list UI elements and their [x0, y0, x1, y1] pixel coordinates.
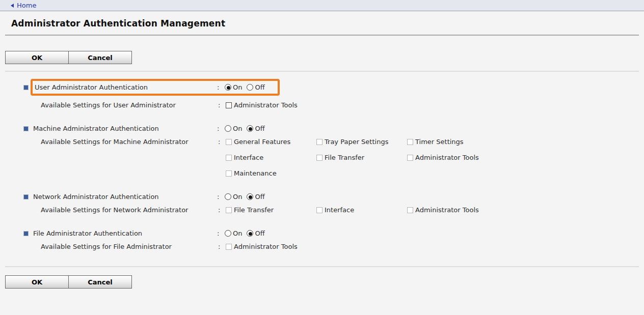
option-general-features[interactable]: General Features: [226, 138, 316, 146]
radio-button-icon: [247, 230, 253, 237]
option-administrator-tools[interactable]: Administrator Tools: [226, 243, 316, 250]
option-label: Maintenance: [234, 169, 277, 177]
radio-label: Off: [255, 125, 264, 132]
available-settings-options: Administrator Tools: [226, 101, 511, 109]
available-settings-options: Administrator Tools: [226, 243, 511, 250]
colon-separator: :: [218, 206, 226, 214]
auth-setting-label: File Administrator Authentication: [33, 230, 217, 237]
checkbox-icon: [226, 244, 232, 250]
auth-setting-label: Machine Administrator Authentication: [33, 125, 217, 132]
radio-option-on[interactable]: On: [225, 230, 242, 237]
option-file-transfer[interactable]: File Transfer: [226, 206, 316, 214]
content-divider-bottom: [5, 266, 639, 267]
option-maintenance[interactable]: Maintenance: [226, 169, 316, 177]
checkbox-icon: [226, 155, 232, 161]
settings-sections: User Administrator Authentication : OnOf…: [0, 79, 644, 250]
option-label: Interface: [325, 206, 354, 214]
radio-button-icon: [247, 84, 253, 91]
radio-button-icon: [247, 193, 253, 200]
option-interface[interactable]: Interface: [226, 154, 316, 161]
radio-label: Off: [255, 83, 264, 91]
option-file-transfer[interactable]: File Transfer: [316, 154, 407, 161]
colon-separator: :: [217, 125, 225, 132]
cancel-button-top[interactable]: Cancel: [68, 51, 132, 64]
available-settings-options: File TransferInterfaceAdministrator Tool…: [226, 206, 511, 214]
ok-button-top[interactable]: OK: [5, 51, 69, 64]
radio-label: On: [233, 230, 242, 237]
auth-setting-content: Machine Administrator Authentication : O…: [33, 125, 270, 132]
section-bullet-icon: [23, 231, 29, 236]
available-settings-label: Available Settings for User Administrato…: [41, 101, 218, 109]
option-label: Administrator Tools: [415, 154, 479, 161]
option-administrator-tools[interactable]: Administrator Tools: [226, 101, 316, 109]
radio-option-on[interactable]: On: [225, 193, 242, 201]
option-label: File Transfer: [234, 206, 274, 214]
option-label: General Features: [234, 138, 290, 146]
option-administrator-tools[interactable]: Administrator Tools: [407, 154, 498, 161]
available-settings-row: Available Settings for File Administrato…: [0, 243, 644, 250]
radio-button-icon: [225, 125, 231, 132]
home-link-label: Home: [17, 2, 36, 9]
content-divider-top: [5, 71, 639, 72]
option-label: Administrator Tools: [234, 101, 298, 109]
admin-auth-section: User Administrator Authentication : OnOf…: [0, 79, 644, 109]
section-bullet-icon: [23, 126, 29, 131]
option-timer-settings[interactable]: Timer Settings: [407, 138, 498, 146]
section-bullet-icon: [23, 85, 29, 90]
option-label: Tray Paper Settings: [325, 138, 388, 146]
bottom-button-row: OK Cancel: [5, 275, 644, 289]
auth-setting-row: File Administrator Authentication : OnOf…: [0, 230, 644, 237]
admin-auth-section: Network Administrator Authentication : O…: [0, 193, 644, 214]
auth-setting-label: User Administrator Authentication: [35, 83, 217, 91]
checkbox-icon: [407, 207, 413, 213]
available-settings-options: General FeaturesTray Paper SettingsTimer…: [226, 138, 511, 177]
radio-button-icon: [225, 84, 231, 91]
available-settings-label: Available Settings for Network Administr…: [41, 206, 218, 214]
home-link[interactable]: Home: [11, 2, 36, 9]
auth-setting-content: File Administrator Authentication : OnOf…: [33, 230, 270, 237]
admin-auth-section: File Administrator Authentication : OnOf…: [0, 230, 644, 250]
option-label: Interface: [234, 154, 263, 161]
checkbox-icon: [316, 207, 323, 213]
colon-separator: :: [218, 138, 226, 146]
radio-label: On: [233, 193, 242, 201]
radio-option-off[interactable]: Off: [247, 230, 264, 237]
radio-option-off[interactable]: Off: [247, 83, 264, 91]
auth-setting-content: Network Administrator Authentication : O…: [33, 193, 270, 201]
cancel-button-bottom[interactable]: Cancel: [68, 275, 132, 289]
option-label: Administrator Tools: [415, 206, 479, 214]
option-interface[interactable]: Interface: [316, 206, 407, 214]
available-settings-row: Available Settings for User Administrato…: [0, 101, 644, 109]
radio-button-icon: [225, 193, 231, 200]
option-administrator-tools[interactable]: Administrator Tools: [407, 206, 498, 214]
option-tray-paper-settings[interactable]: Tray Paper Settings: [316, 138, 407, 146]
auth-setting-row: User Administrator Authentication : OnOf…: [0, 79, 644, 96]
admin-auth-section: Machine Administrator Authentication : O…: [0, 125, 644, 177]
checkbox-icon: [407, 139, 413, 145]
radio-option-on[interactable]: On: [225, 83, 242, 91]
colon-separator: :: [218, 243, 226, 250]
on-off-radio-group: OnOff: [225, 83, 270, 91]
radio-label: Off: [255, 230, 264, 237]
top-button-row: OK Cancel: [5, 51, 644, 64]
available-settings-label: Available Settings for Machine Administr…: [41, 138, 218, 146]
checkbox-icon: [226, 170, 232, 177]
on-off-radio-group: OnOff: [225, 230, 270, 237]
checkbox-icon: [226, 102, 232, 108]
radio-option-on[interactable]: On: [225, 125, 242, 132]
highlight-box: User Administrator Authentication : OnOf…: [31, 79, 280, 96]
radio-option-off[interactable]: Off: [247, 125, 264, 132]
checkbox-icon: [226, 207, 232, 213]
on-off-radio-group: OnOff: [225, 125, 270, 132]
radio-button-icon: [247, 125, 253, 132]
colon-separator: :: [217, 230, 225, 237]
auth-setting-row: Machine Administrator Authentication : O…: [0, 125, 644, 132]
colon-separator: :: [217, 83, 225, 91]
checkbox-icon: [226, 139, 232, 145]
radio-label: On: [233, 125, 242, 132]
auth-setting-label: Network Administrator Authentication: [33, 193, 217, 201]
colon-separator: :: [217, 193, 225, 201]
radio-option-off[interactable]: Off: [247, 193, 264, 201]
colon-separator: :: [218, 101, 226, 109]
ok-button-bottom[interactable]: OK: [5, 275, 69, 289]
